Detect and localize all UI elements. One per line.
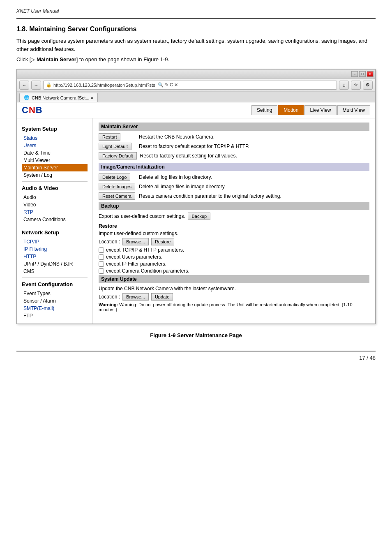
delete-images-button[interactable]: Delete Images xyxy=(99,183,135,190)
backup-row: Export as user-defined custom settings. … xyxy=(99,213,369,220)
reset-camera-row: Reset Camera Resets camera condition par… xyxy=(99,192,369,200)
settings-icon[interactable]: ⚙ xyxy=(363,81,373,90)
nav-tabs: Setting Motion Live View Multi View xyxy=(251,105,370,115)
backup-button[interactable]: Backup xyxy=(188,213,210,220)
sidebar-audio-video-title: Audio & Video xyxy=(22,185,88,191)
sidebar-item-status[interactable]: Status xyxy=(22,134,88,142)
sidebar-item-upnp[interactable]: UPnP / DynDNS / BJR xyxy=(22,260,88,268)
checkbox-users[interactable] xyxy=(99,254,104,260)
browse-button-2[interactable]: Browse... xyxy=(122,293,149,301)
browser-toolbar: ← → 🔒 http://192.168.123.25/html/operato… xyxy=(17,79,375,92)
sidebar-system-setup-title: System Setup xyxy=(22,126,88,132)
checkbox-tcpip[interactable] xyxy=(99,247,104,253)
restore-import-desc: Import user-defined custom settings. xyxy=(99,231,369,236)
delete-logo-button[interactable]: Delete Logo xyxy=(99,173,130,181)
sidebar-event-config-title: Event Configuration xyxy=(22,281,88,287)
tab-live-view[interactable]: Live View xyxy=(304,105,336,115)
update-location-row: Location : Browse... Update xyxy=(99,293,369,301)
sidebar-item-maintain-server[interactable]: Maintain Server xyxy=(22,164,88,171)
browser-titlebar: − □ × xyxy=(17,69,375,79)
tab-bar: 🌐 CNB Network Camera [Set... × xyxy=(17,92,375,102)
browser-tab[interactable]: 🌐 CNB Network Camera [Set... × xyxy=(19,93,98,102)
backup-header: Backup xyxy=(99,202,369,210)
light-default-row: Light Default Reset to factory default e… xyxy=(99,143,369,150)
main-content: Maintain Server Restart Restart the CNB … xyxy=(93,118,375,324)
doc-header: XNET User Manual xyxy=(16,8,376,14)
sidebar-item-tcpip[interactable]: TCP/IP xyxy=(22,238,88,245)
factory-default-desc: Reset to factory default setting for all… xyxy=(140,153,237,159)
warning-text: Warning: Warning: Do not power off durin… xyxy=(99,302,369,312)
system-update-header: System Update xyxy=(99,275,369,283)
sidebar-item-http[interactable]: HTTP xyxy=(22,253,88,260)
sidebar-item-system-log[interactable]: System / Log xyxy=(22,171,88,179)
section-title: 1.8. Maintaining Server Configurations xyxy=(16,25,376,33)
restore-button[interactable]: Restore xyxy=(151,238,175,245)
maintain-server-header: Maintain Server xyxy=(99,123,369,131)
sidebar-item-multi-viewer[interactable]: Multi Viewer xyxy=(22,157,88,164)
light-default-button[interactable]: Light Default xyxy=(99,143,131,150)
checkbox-row-2: except Users parameters. xyxy=(99,254,369,260)
checkbox-4-label: except Camera Condition parameters. xyxy=(106,268,189,274)
browser-window: − □ × ← → 🔒 http://192.168.123.25/html/o… xyxy=(16,69,376,324)
tab-multi-view[interactable]: Multi View xyxy=(337,105,370,115)
section-desc: This page configures system parameters s… xyxy=(16,37,376,53)
cnb-logo: CNB xyxy=(22,105,43,116)
tab-motion[interactable]: Motion xyxy=(278,105,304,115)
home-icon[interactable]: ⌂ xyxy=(339,81,349,90)
sidebar-item-users[interactable]: Users xyxy=(22,142,88,149)
checkbox-3-label: except IP Filter parameters. xyxy=(106,261,166,267)
address-bar[interactable]: 🔒 http://192.168.123.25/html/operator/Se… xyxy=(43,81,337,90)
tab-icon: 🌐 xyxy=(24,95,30,100)
reset-camera-desc: Resets camera condition parameter to the… xyxy=(139,193,281,199)
security-icon: 🔒 xyxy=(46,82,52,88)
minimize-button[interactable]: − xyxy=(351,71,358,77)
sidebar-item-date-time[interactable]: Date & Time xyxy=(22,149,88,157)
page-footer: 17 / 48 xyxy=(16,351,376,361)
delete-logo-desc: Delete all log files in log directory. xyxy=(139,174,212,180)
checkbox-row-3: except IP Filter parameters. xyxy=(99,261,369,267)
titlebar-buttons: − □ × xyxy=(351,71,374,77)
browse-button-1[interactable]: Browse... xyxy=(122,238,149,245)
sidebar-item-ip-filtering[interactable]: IP Filtering xyxy=(22,245,88,253)
sidebar-item-sensor-alarm[interactable]: Sensor / Alarm xyxy=(22,297,88,305)
checkbox-2-label: except Users parameters. xyxy=(106,254,162,260)
update-desc: Update the CNB Network Camera with the l… xyxy=(99,286,369,291)
checkbox-row-4: except Camera Condition parameters. xyxy=(99,268,369,274)
sidebar-network-setup-title: Network Setup xyxy=(22,229,88,236)
restart-desc: Restart the CNB Network Camera. xyxy=(139,134,214,140)
sidebar-item-smtp[interactable]: SMTP(E-mail) xyxy=(22,305,88,312)
sidebar-item-ftp[interactable]: FTP xyxy=(22,312,88,319)
maximize-button[interactable]: □ xyxy=(359,71,366,77)
checkbox-ip-filter[interactable] xyxy=(99,261,104,267)
back-button[interactable]: ← xyxy=(19,81,29,90)
tab-label: CNB Network Camera [Set... × xyxy=(32,95,93,100)
app-body: System Setup Status Users Date & Time Mu… xyxy=(17,118,375,324)
update-button[interactable]: Update xyxy=(151,293,173,301)
sidebar: System Setup Status Users Date & Time Mu… xyxy=(17,118,93,324)
light-default-desc: Reset to factory default except for TCP/… xyxy=(139,143,249,149)
sidebar-item-audio[interactable]: Audio xyxy=(22,194,88,201)
factory-default-button[interactable]: Factory Default xyxy=(99,152,137,160)
address-text: http://192.168.123.25/html/operator/Setu… xyxy=(53,83,155,88)
delete-images-row: Delete Images Delete all image files in … xyxy=(99,183,369,190)
update-location-label: Location : xyxy=(99,294,120,300)
restart-button[interactable]: Restart xyxy=(99,133,120,141)
tab-setting[interactable]: Setting xyxy=(251,105,277,115)
checkbox-row-1: except TCP/IP & HTTP parameters. xyxy=(99,247,369,253)
close-button[interactable]: × xyxy=(367,71,374,77)
checkbox-1-label: except TCP/IP & HTTP parameters. xyxy=(106,247,184,253)
sidebar-item-cms[interactable]: CMS xyxy=(22,268,88,275)
checkbox-camera-condition[interactable] xyxy=(99,268,104,274)
star-icon[interactable]: ☆ xyxy=(351,81,361,90)
sidebar-item-event-types[interactable]: Event Types xyxy=(22,290,88,297)
reset-camera-button[interactable]: Reset Camera xyxy=(99,192,135,200)
delete-images-desc: Delete all image files in image director… xyxy=(139,184,226,190)
forward-button[interactable]: → xyxy=(31,81,41,90)
image-init-header: Image/Camera Initialization xyxy=(99,163,369,171)
sidebar-item-video[interactable]: Video xyxy=(22,201,88,208)
sidebar-item-rtp[interactable]: RTP xyxy=(22,208,88,216)
page-number: 17 / 48 xyxy=(359,355,376,361)
app-header: CNB Setting Motion Live View Multi View xyxy=(17,102,375,118)
location-row: Location : Browse... Restore xyxy=(99,238,369,245)
sidebar-item-camera-conditions[interactable]: Camera Conditions xyxy=(22,216,88,223)
